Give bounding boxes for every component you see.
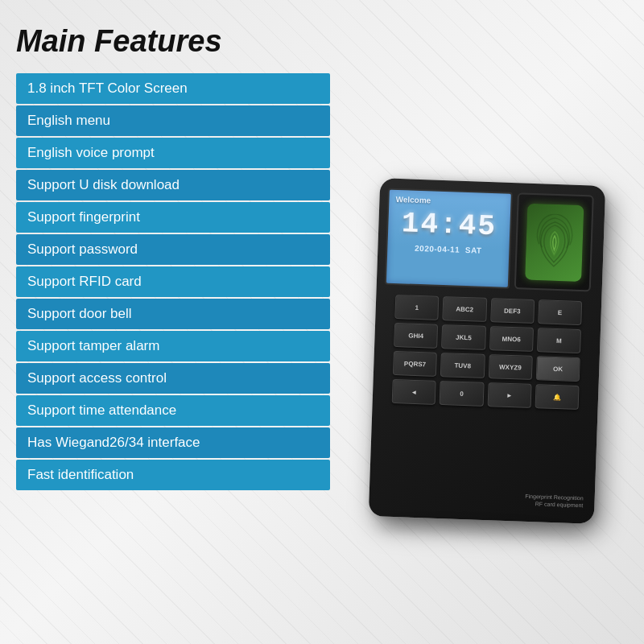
feature-item: English voice prompt: [16, 138, 330, 168]
screen-time: 14:45: [401, 207, 497, 243]
feature-item: Fast identification: [16, 460, 330, 490]
feature-item: Support U disk download: [16, 170, 330, 200]
feature-item: Has Wiegand26/34 interface: [16, 427, 330, 458]
keypad-key[interactable]: GHI4: [394, 322, 438, 348]
fingerprint-device: Welcome 14:45 2020-04-11 SAT: [369, 178, 605, 524]
fingerprint-icon: [533, 213, 575, 270]
keypad-key[interactable]: 1: [394, 294, 439, 320]
page-title: Main Features: [16, 24, 628, 59]
keypad-key[interactable]: WXYZ9: [488, 354, 532, 380]
keypad-key[interactable]: JKL5: [441, 324, 485, 350]
keypad-key[interactable]: 0: [440, 380, 484, 406]
keypad-key[interactable]: 🔔: [535, 384, 579, 410]
device-area: Welcome 14:45 2020-04-11 SAT: [346, 73, 628, 628]
feature-item: English menu: [16, 105, 330, 136]
device-label: Fingerprint Recognition RF card equipmen…: [525, 492, 584, 509]
keypad-key[interactable]: ABC2: [443, 296, 487, 322]
screen-date: 2020-04-11 SAT: [415, 243, 482, 254]
feature-item: Support time attendance: [16, 395, 330, 426]
keypad-key[interactable]: M: [537, 328, 581, 353]
keypad-key[interactable]: ◄: [392, 378, 436, 404]
fingerprint-scanner: [514, 192, 594, 291]
device-top: Welcome 14:45 2020-04-11 SAT: [385, 188, 597, 291]
feature-item: Support door bell: [16, 299, 330, 329]
feature-item: Support RFID card: [16, 266, 330, 297]
feature-item: Support fingerprint: [16, 202, 330, 233]
keypad-key[interactable]: ►: [487, 382, 531, 408]
content-area: 1.8 inch TFT Color ScreenEnglish menuEng…: [16, 73, 628, 628]
keypad-key[interactable]: MNO6: [489, 326, 534, 352]
keypad-key[interactable]: TUV8: [440, 353, 485, 378]
page-container: Main Features 1.8 inch TFT Color ScreenE…: [0, 0, 644, 644]
keypad-key[interactable]: PQRS7: [393, 350, 437, 376]
feature-item: Support access control: [16, 363, 330, 394]
fingerprint-sensor: [525, 203, 584, 281]
feature-item: Support tamper alarm: [16, 331, 330, 361]
device-keypad: 1ABC2DEF3EGHI4JKL5MNO6MPQRS7TUV8WXYZ9OK◄…: [389, 291, 586, 412]
feature-item: 1.8 inch TFT Color Screen: [16, 73, 330, 104]
feature-item: Support password: [16, 234, 330, 265]
device-screen: Welcome 14:45 2020-04-11 SAT: [385, 188, 513, 288]
keypad-key[interactable]: E: [538, 299, 582, 325]
features-list: 1.8 inch TFT Color ScreenEnglish menuEng…: [16, 73, 330, 628]
keypad-key[interactable]: OK: [536, 356, 580, 382]
screen-welcome: Welcome: [395, 194, 431, 204]
keypad-key[interactable]: DEF3: [490, 298, 535, 324]
